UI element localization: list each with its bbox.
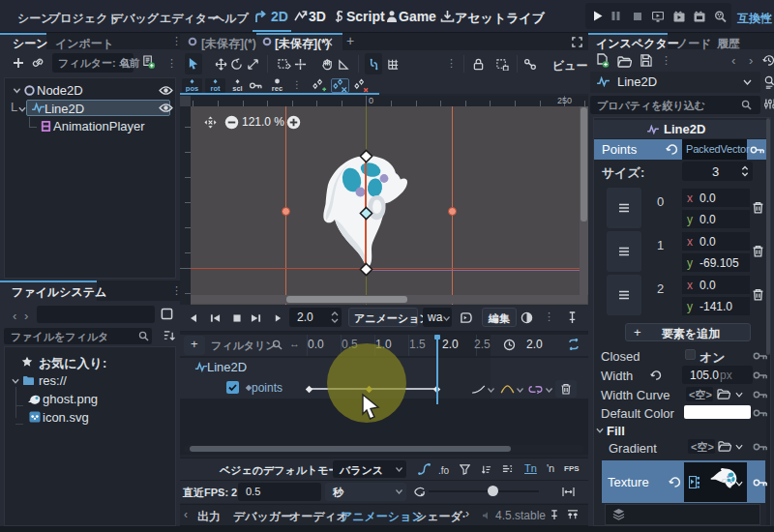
svg-text:scl: scl [232,84,242,93]
svg-text:rec: rec [272,84,283,93]
svg-text:pos: pos [186,84,198,93]
svg-text:rot: rot [211,84,222,93]
